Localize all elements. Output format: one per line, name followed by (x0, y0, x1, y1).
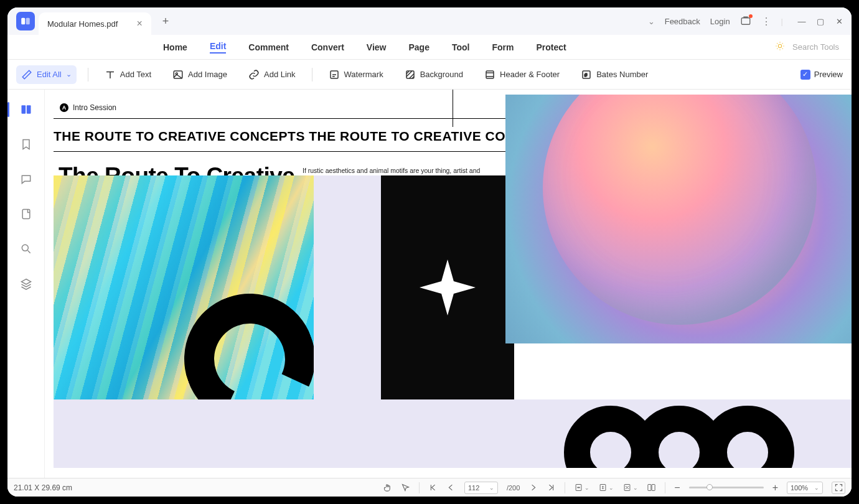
menu-tool[interactable]: Tool (452, 42, 470, 52)
login-link[interactable]: Login (710, 17, 730, 26)
sidebar-search[interactable] (15, 238, 37, 260)
document-page: AIntro Session AIntro Session THE ROUTE … (54, 90, 852, 468)
menu-view[interactable]: View (367, 42, 387, 52)
menu-home[interactable]: Home (163, 42, 187, 52)
document-tab[interactable]: Modular Homes.pdf × (39, 12, 151, 35)
menu-protect[interactable]: Protect (536, 42, 566, 52)
sidebar (7, 90, 45, 478)
zoom-slider[interactable] (689, 487, 764, 488)
image-icon (172, 69, 184, 80)
close-window-icon[interactable]: ✕ (834, 17, 844, 26)
black-panel (381, 175, 514, 399)
search-tools-input[interactable]: Search Tools (792, 42, 839, 52)
titlebar: Modular Homes.pdf × + ⌄ Feedback Login ⋮… (7, 7, 852, 35)
statusbar: 21.01 X 29.69 cm 112⌄ /200 ⌄ ⌄ ⌄ − + 100… (7, 478, 852, 497)
reading-mode-icon[interactable] (647, 483, 656, 492)
notification-icon[interactable] (740, 16, 751, 27)
menu-page[interactable]: Page (408, 42, 429, 52)
svg-rect-13 (21, 105, 26, 113)
prev-page-icon[interactable] (446, 483, 456, 492)
bates-number-button[interactable]: # Bates Number (576, 65, 653, 84)
ring-shape (166, 275, 314, 399)
zoom-out-icon[interactable]: − (674, 482, 680, 493)
sidebar-thumbnails[interactable] (15, 98, 37, 121)
sidebar-bookmarks[interactable] (15, 133, 37, 156)
menu-comment[interactable]: Comment (248, 42, 289, 52)
fit-height-button[interactable]: ⌄ (598, 483, 614, 492)
preview-toggle[interactable]: ✓ Preview (800, 70, 843, 80)
last-page-icon[interactable] (547, 483, 556, 492)
zoom-in-icon[interactable]: + (772, 482, 778, 493)
svg-point-16 (22, 245, 28, 251)
background-icon (405, 69, 416, 80)
chevron-down-icon[interactable]: ⌄ (648, 17, 655, 26)
next-page-icon[interactable] (528, 483, 538, 492)
svg-rect-2 (741, 18, 750, 25)
zoom-input[interactable]: 100%⌄ (787, 482, 823, 494)
add-image-button[interactable]: Add Image (167, 65, 232, 84)
minimize-icon[interactable]: — (797, 17, 807, 26)
fit-width-button[interactable]: ⌄ (574, 483, 589, 492)
lightbulb-icon[interactable] (775, 41, 785, 54)
svg-rect-21 (652, 485, 655, 491)
fit-page-button[interactable]: ⌄ (622, 483, 638, 492)
tab-title: Modular Homes.pdf (47, 19, 118, 29)
menu-convert[interactable]: Convert (311, 42, 344, 52)
feedback-link[interactable]: Feedback (665, 17, 700, 26)
svg-rect-20 (648, 485, 651, 491)
svg-rect-15 (22, 210, 30, 219)
maximize-icon[interactable]: ▢ (815, 17, 825, 26)
hand-tool-icon[interactable] (383, 483, 392, 492)
sidebar-layers[interactable] (15, 273, 37, 295)
edit-icon (21, 69, 32, 80)
header-footer-label: Header & Footer (500, 70, 560, 79)
add-link-label: Add Link (264, 70, 296, 79)
sparkle-icon (420, 259, 476, 315)
watermark-button[interactable]: Watermark (324, 65, 388, 84)
svg-rect-14 (26, 105, 31, 113)
sidebar-comments[interactable] (15, 168, 37, 190)
page-dimensions: 21.01 X 29.69 cm (14, 483, 72, 492)
checkbox-icon: ✓ (800, 70, 810, 80)
header-footer-icon (484, 69, 495, 80)
edit-all-label: Edit All (37, 70, 62, 79)
menu-form[interactable]: Form (492, 42, 514, 52)
preview-label: Preview (814, 70, 843, 79)
svg-rect-0 (21, 18, 25, 25)
svg-point-3 (778, 44, 781, 47)
add-text-label: Add Text (120, 70, 151, 79)
fullscreen-icon[interactable] (832, 482, 845, 494)
edit-all-button[interactable]: Edit All ⌄ (16, 65, 77, 84)
svg-text:#: # (584, 72, 588, 78)
page-input[interactable]: 112⌄ (464, 482, 498, 494)
new-tab-button[interactable]: + (162, 15, 169, 28)
edit-toolbar: Edit All ⌄ Add Text Add Image Add Link W… (7, 60, 852, 90)
svg-rect-8 (486, 71, 494, 78)
more-menu-icon[interactable]: ⋮ (761, 16, 771, 27)
select-tool-icon[interactable] (401, 483, 410, 492)
first-page-icon[interactable] (428, 483, 438, 492)
link-icon (248, 69, 260, 80)
bates-icon: # (581, 69, 592, 80)
chevron-down-icon: ⌄ (66, 70, 72, 78)
bates-label: Bates Number (596, 70, 648, 79)
svg-rect-1 (26, 18, 30, 25)
intro-session-left: AIntro Session (60, 103, 116, 112)
add-image-label: Add Image (188, 70, 227, 79)
menu-edit[interactable]: Edit (210, 41, 226, 54)
gradient-sphere-image (505, 95, 852, 343)
background-button[interactable]: Background (400, 65, 468, 84)
document-canvas[interactable]: AIntro Session AIntro Session THE ROUTE … (45, 90, 852, 478)
app-logo[interactable] (16, 12, 35, 30)
watermark-icon (329, 69, 340, 80)
watermark-label: Watermark (344, 70, 383, 79)
infinity-shape-panel (514, 399, 852, 468)
header-footer-button[interactable]: Header & Footer (479, 65, 565, 84)
marble-texture-image (54, 175, 314, 399)
menubar: Home Edit Comment Convert View Page Tool… (7, 35, 852, 60)
add-text-button[interactable]: Add Text (100, 65, 156, 84)
page-total: /200 (507, 484, 520, 492)
add-link-button[interactable]: Add Link (243, 65, 301, 84)
tab-close-icon[interactable]: × (136, 18, 142, 29)
sidebar-attachments[interactable] (15, 203, 37, 225)
